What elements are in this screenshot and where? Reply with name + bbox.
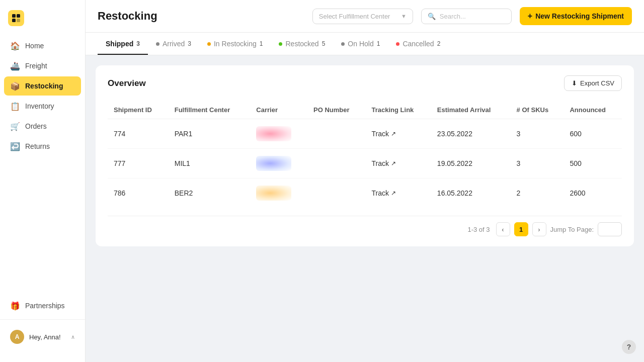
tab-arrived-label: Arrived bbox=[163, 40, 185, 48]
tab-cancelled-count: 2 bbox=[437, 40, 441, 47]
sidebar-bottom: A Hey, Anna! ∧ bbox=[0, 319, 85, 354]
partnerships-icon: 🎁 bbox=[10, 301, 20, 311]
col-shipment-id: Shipment ID bbox=[108, 101, 169, 119]
content-area: Shipped 3 Arrived 3 In Restocking 1 Rest… bbox=[86, 33, 644, 362]
cell-fulfillment-center: PAR1 bbox=[169, 119, 251, 149]
sidebar-item-restocking[interactable]: 📦 Restocking bbox=[4, 76, 81, 96]
header: Restocking Select Fulfillment Center ▼ 🔍… bbox=[86, 0, 644, 33]
pagination-range: 1-3 of 3 bbox=[467, 226, 490, 233]
carrier-logo bbox=[256, 186, 291, 201]
table-row: 774 PAR1 Track ↗ 23.05.2022 3 600 bbox=[108, 119, 622, 149]
tab-shipped[interactable]: Shipped 3 bbox=[98, 33, 148, 55]
export-csv-button[interactable]: ⬇ Export CSV bbox=[564, 75, 622, 91]
track-link[interactable]: Track ↗ bbox=[372, 130, 425, 138]
orders-icon: 🛒 bbox=[10, 121, 20, 131]
cell-tracking-link[interactable]: Track ↗ bbox=[366, 119, 431, 149]
page-title: Restocking bbox=[98, 10, 304, 23]
tab-on-hold[interactable]: On Hold 1 bbox=[333, 33, 388, 55]
pagination: 1-3 of 3 ‹ 1 › Jump To Page: bbox=[108, 216, 622, 236]
fulfillment-center-dropdown[interactable]: Select Fulfillment Center ▼ bbox=[312, 9, 413, 24]
tab-on-hold-label: On Hold bbox=[348, 40, 373, 48]
cell-po-number bbox=[307, 119, 365, 149]
prev-page-button[interactable]: ‹ bbox=[496, 222, 510, 236]
sidebar-item-freight-label: Freight bbox=[25, 62, 47, 70]
sidebar-nav: 🏠 Home 🚢 Freight 📦 Restocking 📋 Inventor… bbox=[0, 36, 85, 296]
track-link[interactable]: Track ↗ bbox=[372, 159, 425, 167]
export-label: Export CSV bbox=[580, 79, 614, 87]
cell-tracking-link[interactable]: Track ↗ bbox=[366, 178, 431, 208]
tab-restocked[interactable]: Restocked 5 bbox=[271, 33, 333, 55]
col-po-number: PO Number bbox=[307, 101, 365, 119]
svg-rect-4 bbox=[17, 19, 20, 22]
returns-icon: ↩️ bbox=[10, 141, 20, 151]
sidebar-item-restocking-label: Restocking bbox=[25, 82, 63, 90]
sidebar-item-inventory[interactable]: 📋 Inventory bbox=[4, 97, 81, 116]
sidebar-item-freight[interactable]: 🚢 Freight bbox=[4, 56, 81, 75]
cell-tracking-link[interactable]: Track ↗ bbox=[366, 149, 431, 178]
sidebar-item-home-label: Home bbox=[25, 42, 44, 50]
col-fulfillment-center: Fulfillment Center bbox=[169, 101, 251, 119]
plus-icon: + bbox=[528, 12, 532, 21]
tabs-bar: Shipped 3 Arrived 3 In Restocking 1 Rest… bbox=[86, 33, 644, 55]
sidebar-item-returns[interactable]: ↩️ Returns bbox=[4, 137, 81, 156]
cell-shipment-id: 774 bbox=[108, 119, 169, 149]
tab-cancelled-label: Cancelled bbox=[403, 40, 434, 48]
search-placeholder: Search... bbox=[440, 13, 466, 20]
sidebar-logo bbox=[0, 8, 85, 36]
cell-fulfillment-center: MIL1 bbox=[169, 149, 251, 178]
restocking-icon: 📦 bbox=[10, 81, 20, 91]
cell-skus: 3 bbox=[511, 119, 564, 149]
page-1-button[interactable]: 1 bbox=[514, 222, 528, 236]
cell-announced: 2600 bbox=[564, 178, 622, 208]
tab-arrived[interactable]: Arrived 3 bbox=[148, 33, 199, 55]
cell-announced: 500 bbox=[564, 149, 622, 178]
tab-shipped-count: 3 bbox=[136, 40, 140, 47]
track-link[interactable]: Track ↗ bbox=[372, 189, 425, 197]
fulfillment-placeholder: Select Fulfillment Center bbox=[319, 13, 397, 20]
new-shipment-label: New Restocking Shipment bbox=[535, 12, 624, 20]
cell-estimated-arrival: 16.05.2022 bbox=[431, 178, 511, 208]
overview-table: Shipment ID Fulfillment Center Carrier P… bbox=[108, 101, 622, 208]
col-tracking-link: Tracking Link bbox=[366, 101, 431, 119]
user-area[interactable]: A Hey, Anna! ∧ bbox=[4, 326, 81, 348]
cell-shipment-id: 777 bbox=[108, 149, 169, 178]
tab-in-restocking-label: In Restocking bbox=[214, 40, 257, 48]
tab-cancelled[interactable]: Cancelled 2 bbox=[388, 33, 448, 55]
cell-po-number bbox=[307, 178, 365, 208]
user-name: Hey, Anna! bbox=[29, 333, 66, 341]
inventory-icon: 📋 bbox=[10, 101, 20, 111]
overview-header: Overview ⬇ Export CSV bbox=[108, 75, 622, 91]
search-box[interactable]: 🔍 Search... bbox=[421, 9, 512, 24]
new-shipment-button[interactable]: + New Restocking Shipment bbox=[520, 7, 632, 25]
sidebar-item-orders[interactable]: 🛒 Orders bbox=[4, 117, 81, 136]
sidebar-item-inventory-label: Inventory bbox=[25, 102, 54, 110]
cancelled-dot bbox=[396, 42, 399, 46]
cell-fulfillment-center: BER2 bbox=[169, 178, 251, 208]
overview-title: Overview bbox=[108, 78, 146, 88]
table-row: 786 BER2 Track ↗ 16.05.2022 2 2600 bbox=[108, 178, 622, 208]
jump-to-page-input[interactable] bbox=[598, 222, 622, 236]
tab-restocked-label: Restocked bbox=[285, 40, 318, 48]
help-button[interactable]: ? bbox=[622, 340, 636, 354]
next-page-button[interactable]: › bbox=[532, 222, 546, 236]
home-icon: 🏠 bbox=[10, 41, 20, 51]
external-link-icon: ↗ bbox=[391, 190, 396, 197]
avatar: A bbox=[10, 330, 24, 344]
sidebar-item-home[interactable]: 🏠 Home bbox=[4, 36, 81, 55]
sidebar-item-orders-label: Orders bbox=[25, 122, 47, 130]
tab-shipped-label: Shipped bbox=[106, 40, 133, 48]
sidebar-item-partnerships[interactable]: 🎁 Partnerships bbox=[4, 296, 81, 315]
cell-announced: 600 bbox=[564, 119, 622, 149]
carrier-logo bbox=[256, 156, 291, 171]
tab-in-restocking[interactable]: In Restocking 1 bbox=[199, 33, 271, 55]
external-link-icon: ↗ bbox=[391, 130, 396, 137]
col-skus: # Of SKUs bbox=[511, 101, 564, 119]
table-row: 777 MIL1 Track ↗ 19.05.2022 3 500 bbox=[108, 149, 622, 178]
chevron-up-icon: ∧ bbox=[71, 334, 75, 340]
sidebar-item-partnerships-label: Partnerships bbox=[25, 302, 65, 310]
overview-card: Overview ⬇ Export CSV Shipment ID Fulfil… bbox=[96, 65, 634, 246]
svg-rect-1 bbox=[12, 14, 16, 18]
arrived-dot bbox=[156, 42, 159, 46]
col-carrier: Carrier bbox=[250, 101, 307, 119]
sidebar-item-returns-label: Returns bbox=[25, 142, 50, 150]
